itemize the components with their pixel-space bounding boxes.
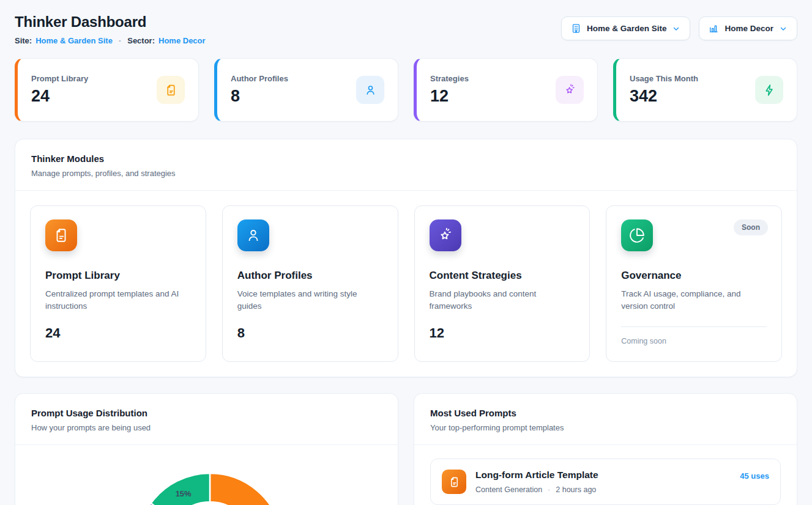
modules-grid: Prompt Library Centralized prompt templa… (15, 191, 797, 377)
module-description: Track AI usage, compliance, and version … (621, 288, 767, 313)
module-description: Voice templates and writing style guides (237, 288, 383, 313)
usage-subtitle: How your prompts are being used (31, 423, 382, 432)
stat-card-usage: Usage This Month 342 (613, 58, 797, 122)
stat-label: Usage This Month (630, 74, 698, 83)
breadcrumb: Site: Home & Garden Site · Sector: Home … (15, 36, 206, 45)
stat-text: Author Profiles 8 (231, 74, 288, 106)
prompt-meta: Content Generation · 2 hours ago (475, 485, 731, 494)
prompt-list-item[interactable]: Long-form Article Template Content Gener… (430, 459, 781, 505)
module-title: Author Profiles (237, 270, 383, 282)
usage-chart-area: 15% (15, 445, 398, 505)
module-card-prompt-library[interactable]: Prompt Library Centralized prompt templa… (30, 205, 206, 362)
stat-value: 8 (231, 87, 288, 106)
sector-selector-dropdown[interactable]: Home Decor (699, 17, 797, 40)
sector-link[interactable]: Home Decor (158, 36, 206, 45)
stat-card-strategies: Strategies 12 (414, 58, 598, 122)
module-title: Content Strategies (430, 270, 575, 282)
chevron-down-icon (672, 24, 680, 33)
dashboard-page: Thinker Dashboard Site: Home & Garden Si… (0, 0, 812, 505)
stat-card-prompt-library: Prompt Library 24 (15, 58, 199, 122)
modules-panel-header: Thinker Modules Manage prompts, profiles… (15, 139, 797, 191)
prompts-panel-header: Most Used Prompts Your top-performing pr… (414, 394, 797, 445)
prompts-title: Most Used Prompts (430, 408, 781, 418)
stat-card-author-profiles: Author Profiles 8 (214, 58, 398, 122)
prompts-subtitle: Your top-performing prompt templates (430, 423, 781, 432)
usage-title: Prompt Usage Distribution (31, 408, 382, 418)
donut-slice-orange-slice (210, 473, 283, 505)
building-icon (571, 23, 581, 34)
module-card-author-profiles[interactable]: Author Profiles Voice templates and writ… (222, 205, 398, 362)
module-title: Governance (621, 270, 767, 282)
page-title: Thinker Dashboard (15, 13, 206, 31)
modules-subtitle: Manage prompts, profiles, and strategies (31, 169, 781, 178)
stat-label: Prompt Library (31, 74, 88, 83)
lightning-icon (755, 76, 783, 104)
donut-slice-label: 15% (176, 489, 192, 498)
prompt-category: Content Generation (475, 485, 542, 494)
stats-row: Prompt Library 24 Author Profiles 8 Stra… (15, 58, 797, 122)
separator-dot: · (119, 36, 121, 45)
module-description: Centralized prompt templates and AI inst… (45, 288, 191, 313)
document-icon (45, 219, 77, 251)
stat-text: Strategies 12 (430, 74, 469, 106)
module-description: Brand playbooks and content frameworks (430, 288, 575, 313)
stat-text: Prompt Library 24 (31, 74, 88, 106)
stat-value: 24 (31, 87, 88, 106)
stat-label: Author Profiles (231, 74, 288, 83)
document-icon (157, 76, 185, 104)
document-icon (442, 470, 466, 494)
site-selector-label: Home & Garden Site (587, 24, 667, 33)
bottom-row: Prompt Usage Distribution How your promp… (15, 393, 797, 505)
most-used-prompts-panel: Most Used Prompts Your top-performing pr… (414, 393, 797, 505)
module-title: Prompt Library (45, 270, 191, 282)
prompt-usage-panel: Prompt Usage Distribution How your promp… (15, 393, 398, 505)
module-count: 12 (430, 325, 575, 341)
site-link[interactable]: Home & Garden Site (35, 36, 113, 45)
prompt-uses-badge: 45 uses (740, 471, 769, 481)
module-card-governance[interactable]: Soon Governance Track AI usage, complian… (606, 205, 782, 362)
prompt-text: Long-form Article Template Content Gener… (475, 470, 731, 494)
bar-chart-icon (709, 23, 719, 34)
prompts-list: Long-form Article Template Content Gener… (414, 445, 797, 505)
site-selector-dropdown[interactable]: Home & Garden Site (561, 17, 691, 40)
sector-selector-label: Home Decor (724, 24, 773, 33)
sparkle-star-icon (430, 219, 461, 251)
stat-text: Usage This Month 342 (630, 74, 698, 106)
pie-chart-icon (621, 219, 653, 251)
usage-panel-header: Prompt Usage Distribution How your promp… (15, 394, 398, 445)
stat-value: 342 (630, 87, 698, 106)
page-header: Thinker Dashboard Site: Home & Garden Si… (15, 13, 797, 45)
module-card-content-strategies[interactable]: Content Strategies Brand playbooks and c… (414, 205, 590, 362)
coming-soon-note: Coming soon (621, 337, 767, 345)
header-actions: Home & Garden Site Home Decor (561, 17, 797, 40)
module-count: 8 (237, 325, 383, 341)
usage-donut-chart: 15% (15, 445, 398, 505)
header-left: Thinker Dashboard Site: Home & Garden Si… (15, 13, 206, 45)
prompt-time: 2 hours ago (556, 485, 596, 494)
module-count: 24 (45, 325, 191, 341)
thinker-modules-panel: Thinker Modules Manage prompts, profiles… (15, 139, 797, 377)
sector-label: Sector: (127, 36, 155, 45)
modules-title: Thinker Modules (31, 153, 781, 164)
chevron-down-icon (779, 24, 788, 33)
site-label: Site: (15, 36, 32, 45)
user-icon (237, 219, 269, 251)
soon-badge: Soon (734, 219, 768, 235)
separator-dot: · (548, 485, 550, 494)
divider (621, 326, 767, 327)
sparkle-star-icon (556, 76, 584, 104)
prompt-title: Long-form Article Template (475, 470, 731, 481)
user-icon (356, 76, 384, 104)
stat-label: Strategies (430, 74, 469, 83)
stat-value: 12 (430, 87, 469, 106)
